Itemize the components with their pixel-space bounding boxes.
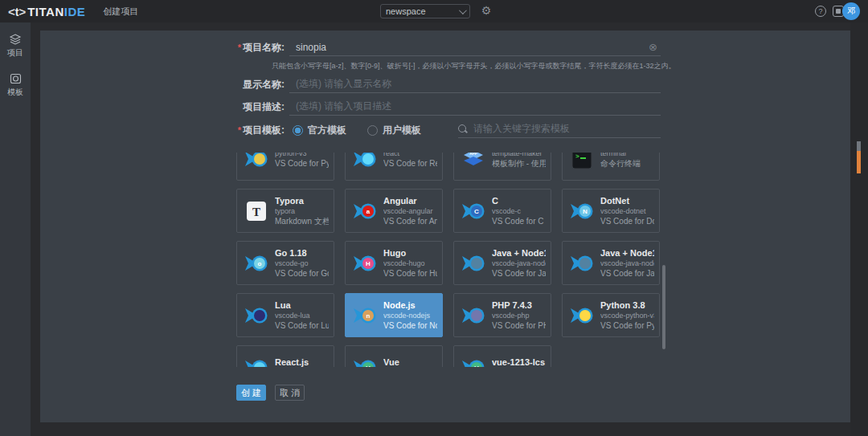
description-label: 项目描述: (235, 100, 285, 114)
template-card-desc: VS Code for React.js (383, 158, 437, 169)
template-card-desc: 命令行终端 (600, 158, 654, 169)
template-search-input[interactable]: 请输入关键字搜索模板 (458, 120, 661, 138)
vscode-icon (569, 304, 595, 327)
template-card-icon: T (244, 200, 269, 222)
template-card-subtitle: vscode-java-node10 (492, 259, 546, 268)
svg-text:N: N (583, 208, 588, 215)
official-template-label[interactable]: 官方模板 (308, 124, 346, 137)
vscode-icon (461, 304, 486, 327)
display-name-placeholder: (选填) 请输入显示名称 (289, 77, 661, 91)
template-type-row: *项目模板: 官方模板 用户模板 (235, 124, 468, 137)
template-card-title: React.js (275, 357, 329, 367)
template-card-subtitle: vscode-go (275, 259, 329, 268)
template-card-desc: VS Code for C (492, 216, 546, 226)
template-card-desc: VS Code for PHP (492, 320, 546, 331)
typora-icon: T (244, 200, 269, 222)
clear-input-icon[interactable]: ⊗ (649, 42, 657, 52)
template-card-subtitle: react (383, 153, 437, 158)
template-card[interactable]: python-v3 VS Code for Python (236, 153, 334, 181)
template-card[interactable]: H Hugo vscode-hugo VS Code for Hugo (345, 241, 443, 285)
template-card[interactable]: APP template-maker 模板制作 - 使用 Tem... (453, 153, 551, 181)
template-card[interactable]: a Angular vscode-angular VS Code for Ang… (345, 189, 443, 233)
description-input[interactable]: (选填) 请输入项目描述 (289, 98, 661, 116)
svg-text:C: C (474, 208, 479, 215)
topbar: <t>TITANIDE 创建项目 newspace ⚙ ? 邓 (0, 0, 868, 22)
template-card-icon (569, 252, 595, 275)
template-card-icon (461, 304, 486, 327)
template-card-icon: C (461, 200, 486, 222)
template-card[interactable]: Python 3.8 vscode-python-v3 VS Code for … (562, 293, 660, 337)
template-grid-row: Lua vscode-lua VS Code for Lua n Node.js… (236, 293, 660, 337)
template-card-subtitle: typora (275, 206, 329, 216)
user-template-radio[interactable] (367, 125, 378, 136)
template-card-icon: > (569, 153, 595, 170)
page-scrollbar-track[interactable] (850, 22, 868, 436)
template-card-icon (244, 153, 269, 170)
page-scrollbar-thumb-orange[interactable] (857, 151, 861, 173)
workspace-select[interactable]: newspace (380, 4, 470, 18)
vscode-icon (244, 357, 269, 368)
template-card[interactable]: N DotNet vscode-dotnet VS Code for DotNe… (562, 189, 660, 233)
template-card-subtitle: template-maker (492, 153, 546, 158)
template-card-subtitle: vscode-nodejs (383, 311, 437, 320)
template-card[interactable]: T Typora typora Markdown 文档编写... (236, 189, 334, 233)
template-card-title: Node.js (383, 300, 437, 311)
display-name-input[interactable]: (选填) 请输入显示名称 (289, 75, 661, 93)
template-card-desc: VS Code for Angular (383, 216, 437, 226)
template-card-subtitle: python-v3 (275, 153, 329, 158)
template-card-desc: VS Code for Python (275, 158, 329, 169)
brand-primary: TITAN (27, 5, 64, 18)
template-card-subtitle: vscode-angular (383, 206, 437, 216)
vscode-icon: N (569, 200, 595, 222)
vscode-icon: V (461, 357, 486, 368)
template-card-title: C (492, 196, 546, 206)
template-card[interactable]: react VS Code for React.js (345, 153, 443, 181)
template-card[interactable]: > terminal 命令行终端 (562, 153, 660, 181)
official-template-radio[interactable] (293, 125, 303, 136)
logo-bracket-left-icon: < (8, 5, 15, 18)
template-card-icon: o (244, 252, 269, 275)
create-button[interactable]: 创建 (236, 385, 266, 401)
app-logo[interactable]: <t>TITANIDE (8, 5, 85, 18)
template-card[interactable]: React.js vscode-react (236, 345, 334, 367)
description-placeholder: (选填) 请输入项目描述 (289, 100, 661, 113)
template-card-subtitle: vscode-c (492, 206, 546, 216)
template-card[interactable]: V Vue vscode-vue (345, 345, 443, 367)
template-grid-row: React.js vscode-react V Vue vscode-vue V… (236, 345, 660, 367)
project-name-row: *项目名称: sinopia ⊗ (235, 39, 661, 56)
sidebar-item-templates[interactable]: 模板 (0, 70, 31, 101)
template-card-subtitle: terminal (600, 153, 654, 158)
project-name-value: sinopia (289, 42, 649, 53)
settings-gear-icon[interactable]: ⚙ (479, 3, 493, 18)
vscode-icon (244, 304, 269, 327)
template-card-icon: V (352, 357, 378, 368)
template-card-icon (569, 304, 595, 327)
cancel-button[interactable]: 取消 (275, 385, 305, 401)
template-card[interactable]: C C vscode-c VS Code for C (453, 189, 551, 233)
template-grid-scrollbar[interactable] (662, 265, 665, 349)
template-card-icon (461, 252, 486, 275)
sidebar-item-projects[interactable]: 项目 (0, 31, 31, 62)
page-scrollbar-thumb-gray[interactable] (857, 141, 861, 151)
bottom-chrome (0, 422, 868, 436)
required-asterisk: * (238, 125, 241, 135)
template-card-desc: VS Code for Java + ... (600, 268, 654, 279)
template-grid-row: python-v3 VS Code for Python react VS Co… (236, 153, 660, 181)
template-card[interactable]: V vue-1213-lcs vue-1213-lcs (453, 345, 551, 367)
template-card[interactable]: Lua vscode-lua VS Code for Lua (236, 293, 334, 337)
template-card[interactable]: o Go 1.18 vscode-go VS Code for Go 1.18 (236, 241, 334, 285)
user-avatar[interactable]: 邓 (842, 2, 860, 20)
template-card-title: DotNet (600, 196, 654, 206)
brand-accent: IDE (64, 5, 86, 18)
project-name-input[interactable]: sinopia ⊗ (289, 39, 661, 56)
svg-text:n: n (366, 312, 371, 320)
template-card[interactable]: Java + Node16 vscode-java-node16 VS Code… (562, 241, 660, 285)
template-card[interactable]: PHP 7.4.3 vscode-php VS Code for PHP (453, 293, 551, 337)
template-card-subtitle: vscode-lua (275, 311, 329, 320)
template-card[interactable]: Java + Node10 vscode-java-node10 VS Code… (453, 241, 551, 285)
user-template-label[interactable]: 用户模板 (383, 124, 421, 137)
help-icon[interactable]: ? (815, 6, 826, 17)
template-card[interactable]: n Node.js vscode-nodejs VS Code for Node… (345, 293, 443, 337)
template-card-subtitle: vscode-php (492, 311, 546, 320)
template-card-title: Hugo (383, 248, 437, 259)
